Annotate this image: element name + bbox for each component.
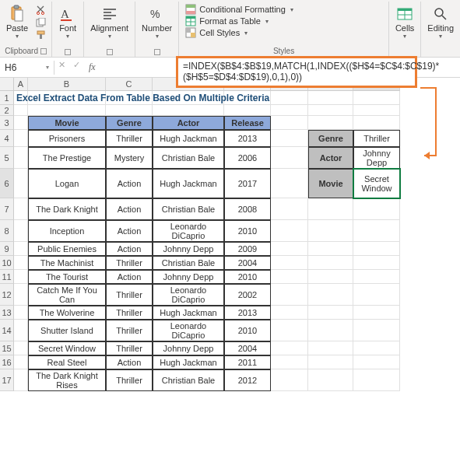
cell[interactable]: Action <box>106 270 153 284</box>
cell[interactable] <box>353 270 400 284</box>
row-header-10[interactable]: 10 <box>0 256 14 270</box>
cell[interactable] <box>153 105 224 116</box>
cell[interactable]: 2004 <box>224 256 271 270</box>
cell[interactable] <box>271 320 308 341</box>
cell[interactable] <box>271 116 308 130</box>
cell[interactable] <box>353 284 400 306</box>
row-header-14[interactable]: 14 <box>0 320 14 341</box>
cell[interactable] <box>14 320 28 341</box>
cell[interactable]: The Wolverine <box>28 306 106 320</box>
cell[interactable]: Hugh Jackman <box>153 169 224 198</box>
cell[interactable]: Thriller <box>106 369 153 391</box>
cell[interactable] <box>308 355 353 369</box>
cell[interactable] <box>271 220 308 242</box>
cell[interactable] <box>14 270 28 284</box>
cell[interactable]: Public Enemies <box>28 242 106 256</box>
fx-icon[interactable]: fx <box>84 60 100 75</box>
cancel-icon[interactable]: ✕ <box>54 60 69 70</box>
worksheet[interactable]: ABCDEFGH 1234567891011121314151617 Excel… <box>0 78 460 471</box>
cell[interactable]: 2004 <box>224 341 271 355</box>
row-header-17[interactable]: 17 <box>0 369 14 391</box>
cut-button[interactable] <box>34 5 48 16</box>
dialog-launcher-icon[interactable] <box>154 49 160 55</box>
row-headers[interactable]: 1234567891011121314151617 <box>0 91 14 391</box>
row-header-11[interactable]: 11 <box>0 270 14 284</box>
font-button[interactable]: A Font ▾ <box>55 3 80 41</box>
editing-button[interactable]: Editing ▾ <box>424 3 457 41</box>
copy-button[interactable] <box>34 17 48 28</box>
cell[interactable] <box>271 369 308 391</box>
cell[interactable] <box>271 147 308 169</box>
cell[interactable]: Action <box>106 242 153 256</box>
cell[interactable]: 2008 <box>224 198 271 220</box>
cell[interactable] <box>353 355 400 369</box>
row-header-6[interactable]: 6 <box>0 169 14 198</box>
active-cell[interactable]: Secret Window <box>353 169 400 198</box>
cell[interactable]: 2011 <box>224 355 271 369</box>
cell[interactable]: Action <box>106 198 153 220</box>
cell[interactable]: Leonardo DiCaprio <box>153 220 224 242</box>
cell[interactable] <box>106 105 153 116</box>
dialog-launcher-icon[interactable] <box>107 49 113 55</box>
cell[interactable] <box>353 369 400 391</box>
cell[interactable]: The Dark Knight Rises <box>28 369 106 391</box>
cell[interactable]: Action <box>106 220 153 242</box>
cell[interactable] <box>353 242 400 256</box>
cell[interactable] <box>14 198 28 220</box>
cell[interactable] <box>14 306 28 320</box>
cell[interactable]: Action <box>106 355 153 369</box>
cell[interactable] <box>14 256 28 270</box>
row-header-8[interactable]: 8 <box>0 220 14 242</box>
cell[interactable]: The Prestige <box>28 147 106 169</box>
cell[interactable]: 2010 <box>224 320 271 341</box>
cell[interactable] <box>271 256 308 270</box>
cell[interactable] <box>308 91 353 105</box>
cell[interactable] <box>308 306 353 320</box>
cell[interactable]: The Dark Knight <box>28 198 106 220</box>
cell[interactable]: The Machinist <box>28 256 106 270</box>
cell[interactable] <box>271 284 308 306</box>
cell[interactable] <box>308 198 353 220</box>
cell[interactable] <box>308 341 353 355</box>
cell[interactable]: Hugh Jackman <box>153 355 224 369</box>
cell[interactable] <box>353 105 400 116</box>
cell[interactable]: The Tourist <box>28 270 106 284</box>
col-header-C[interactable]: C <box>106 78 153 91</box>
cell[interactable]: Shutter Island <box>28 320 106 341</box>
conditional-formatting-button[interactable]: Conditional Formatting▾ <box>182 4 385 15</box>
cell[interactable]: 2013 <box>224 130 271 147</box>
cell[interactable]: Release <box>224 116 271 130</box>
cell[interactable]: Movie <box>308 169 353 198</box>
cell[interactable]: Logan <box>28 169 106 198</box>
cell[interactable]: 2010 <box>224 270 271 284</box>
cell[interactable]: Christian Bale <box>153 256 224 270</box>
cell[interactable] <box>353 91 400 105</box>
cell[interactable]: Real Steel <box>28 355 106 369</box>
cell[interactable]: Leonardo DiCaprio <box>153 320 224 341</box>
name-box[interactable]: H6 ▾ <box>0 61 54 75</box>
cell[interactable]: Inception <box>28 220 106 242</box>
cell[interactable]: Movie <box>28 116 106 130</box>
cell[interactable] <box>271 198 308 220</box>
cell[interactable] <box>353 341 400 355</box>
cell[interactable] <box>308 270 353 284</box>
select-all-corner[interactable] <box>0 78 14 91</box>
cell[interactable]: 2017 <box>224 169 271 198</box>
cell[interactable]: Genre <box>308 130 353 147</box>
row-header-15[interactable]: 15 <box>0 341 14 355</box>
row-header-13[interactable]: 13 <box>0 306 14 320</box>
cell[interactable] <box>14 355 28 369</box>
cell[interactable] <box>353 198 400 220</box>
cell[interactable] <box>353 306 400 320</box>
cell[interactable] <box>353 116 400 130</box>
dialog-launcher-icon[interactable] <box>65 49 71 55</box>
cell[interactable] <box>308 242 353 256</box>
cell[interactable]: Catch Me If You Can <box>28 284 106 306</box>
number-button[interactable]: % Number ▾ <box>139 3 175 41</box>
cell[interactable]: Christian Bale <box>153 147 224 169</box>
cell[interactable] <box>14 242 28 256</box>
cell[interactable]: 2012 <box>224 369 271 391</box>
cell[interactable]: Genre <box>106 116 153 130</box>
cell[interactable]: Thriller <box>353 130 400 147</box>
cell[interactable] <box>271 130 308 147</box>
